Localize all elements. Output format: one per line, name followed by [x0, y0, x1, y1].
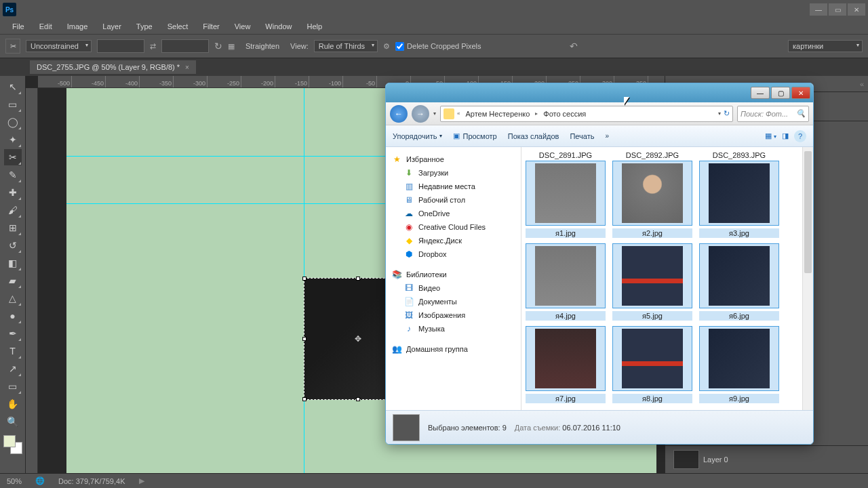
- tree-item[interactable]: ◉Creative Cloud Files: [389, 220, 518, 234]
- maximize-button[interactable]: ▭: [829, 3, 846, 16]
- close-tab-icon[interactable]: ×: [185, 64, 189, 71]
- tree-homegroup[interactable]: 👥Домашняя группа: [389, 342, 518, 356]
- file-name[interactable]: я5.jpg: [612, 311, 692, 321]
- pen-tool[interactable]: ✒: [4, 325, 22, 342]
- exp-minimize-button[interactable]: —: [751, 87, 770, 99]
- delete-cropped-check[interactable]: Delete Cropped Pixels: [395, 42, 481, 51]
- stamp-tool[interactable]: ⊞: [4, 220, 22, 236]
- breadcrumb-segment[interactable]: Фото сессия: [540, 110, 589, 118]
- file-thumb[interactable]: [526, 243, 606, 308]
- transform-handle[interactable]: [356, 277, 360, 281]
- marquee-tool[interactable]: ▭: [4, 96, 22, 113]
- file-name[interactable]: я8.jpg: [612, 394, 692, 403]
- workspace-select[interactable]: картинки: [788, 40, 863, 52]
- document-tab[interactable]: DSC_2755.JPG @ 50% (Layer 9, RGB/8) *×: [30, 60, 196, 74]
- shape-tool[interactable]: ▭: [4, 378, 22, 394]
- file-name[interactable]: я4.jpg: [526, 311, 606, 321]
- nav-forward-button[interactable]: →: [412, 105, 429, 123]
- search-input[interactable]: Поиск: Фот... 🔍: [737, 106, 809, 122]
- refresh-icon[interactable]: ↻: [724, 109, 730, 118]
- zoom-tool[interactable]: 🔍: [4, 413, 22, 430]
- fg-color-swatch[interactable]: [3, 435, 16, 447]
- hand-tool[interactable]: ✋: [4, 396, 22, 412]
- scrollbar[interactable]: [802, 147, 813, 410]
- print-button[interactable]: Печать: [570, 132, 594, 140]
- tree-libraries[interactable]: 📚Библиотеки: [389, 268, 518, 281]
- constraint-select[interactable]: Unconstrained: [26, 40, 92, 52]
- tree-favorites[interactable]: ★Избранное: [389, 152, 518, 166]
- path-tool[interactable]: ↗: [4, 361, 22, 377]
- tree-item[interactable]: ⬇Загрузки: [389, 166, 518, 180]
- menu-select[interactable]: Select: [161, 21, 195, 32]
- gear-icon[interactable]: ⚙: [383, 42, 390, 51]
- play-icon[interactable]: ▶: [139, 476, 144, 485]
- file-thumb[interactable]: [612, 243, 692, 308]
- swap-icon[interactable]: ⇄: [150, 42, 156, 51]
- zoom-level[interactable]: 50%: [7, 477, 22, 485]
- breadcrumb-segment[interactable]: Артем Нестеренко: [462, 110, 532, 118]
- dodge-tool[interactable]: ●: [4, 308, 22, 324]
- menu-layer[interactable]: Layer: [96, 21, 128, 32]
- menu-file[interactable]: File: [5, 21, 31, 32]
- slideshow-button[interactable]: Показ слайдов: [508, 132, 559, 140]
- lasso-tool[interactable]: ◯: [4, 114, 22, 130]
- menu-type[interactable]: Type: [130, 21, 159, 32]
- organize-button[interactable]: Упорядочить ▾: [393, 132, 442, 140]
- history-brush-tool[interactable]: ↺: [4, 237, 22, 253]
- view-mode-button[interactable]: ▦ ▾: [765, 131, 776, 140]
- file-name[interactable]: я9.jpg: [699, 394, 779, 403]
- exp-maximize-button[interactable]: ▢: [771, 87, 790, 99]
- healing-tool[interactable]: ✚: [4, 184, 22, 201]
- blur-tool[interactable]: △: [4, 290, 22, 306]
- nav-back-button[interactable]: ←: [390, 105, 408, 123]
- transform-handle[interactable]: [302, 337, 307, 341]
- file-thumb[interactable]: [612, 326, 692, 391]
- menu-filter[interactable]: Filter: [196, 21, 226, 32]
- tree-item[interactable]: ▥Недавние места: [389, 180, 518, 193]
- tree-item[interactable]: ⬢Dropbox: [389, 247, 518, 261]
- file-thumb[interactable]: [526, 161, 606, 226]
- eraser-tool[interactable]: ◧: [4, 255, 22, 271]
- file-name[interactable]: я2.jpg: [612, 228, 692, 238]
- nav-history-dropdown[interactable]: ▾: [433, 110, 436, 117]
- preview-button[interactable]: ▣Просмотр: [453, 131, 496, 140]
- tree-item[interactable]: 📄Документы: [389, 295, 518, 308]
- eyedropper-tool[interactable]: ✎: [4, 167, 22, 183]
- globe-icon[interactable]: 🌐: [35, 476, 45, 485]
- transform-handle[interactable]: [302, 277, 307, 281]
- transform-handle[interactable]: [302, 397, 307, 401]
- file-thumb[interactable]: [612, 161, 692, 226]
- move-tool[interactable]: ↖: [4, 79, 22, 95]
- tree-item[interactable]: ☁OneDrive: [389, 207, 518, 220]
- file-thumb[interactable]: [526, 326, 606, 391]
- transform-handle[interactable]: [356, 397, 360, 401]
- tree-item[interactable]: ♪Музыка: [389, 322, 518, 336]
- tree-item[interactable]: 🖥Рабочий стол: [389, 193, 518, 207]
- tree-item[interactable]: 🎞Видео: [389, 281, 518, 295]
- gradient-tool[interactable]: ▰: [4, 272, 22, 289]
- crop-width-input[interactable]: [97, 39, 144, 53]
- address-dropdown-icon[interactable]: ▾: [718, 110, 721, 117]
- menu-image[interactable]: Image: [60, 21, 95, 32]
- more-icon[interactable]: »: [606, 132, 610, 140]
- tree-item[interactable]: ◆Яндекс.Диск: [389, 234, 518, 247]
- file-name[interactable]: я7.jpg: [526, 394, 606, 403]
- ruler-vertical[interactable]: [26, 88, 38, 473]
- menu-window[interactable]: Window: [258, 21, 298, 32]
- wand-tool[interactable]: ✦: [4, 131, 22, 148]
- color-swatches[interactable]: [3, 435, 22, 454]
- file-name[interactable]: я1.jpg: [526, 228, 606, 238]
- file-list[interactable]: DSC_2891.JPG DSC_2892.JPG DSC_2893.JPG я…: [521, 147, 802, 410]
- file-name[interactable]: я3.jpg: [699, 228, 779, 238]
- straighten-button[interactable]: Straighten: [240, 41, 285, 52]
- file-thumb[interactable]: [699, 243, 779, 308]
- layer-row[interactable]: Layer 0: [668, 449, 865, 470]
- brush-tool[interactable]: 🖌: [4, 202, 22, 218]
- straighten-icon[interactable]: ▦: [228, 42, 235, 51]
- reset-icon[interactable]: ↶: [570, 41, 578, 52]
- explorer-titlebar[interactable]: — ▢ ✕: [386, 83, 813, 102]
- tree-item[interactable]: 🖼Изображения: [389, 308, 518, 322]
- type-tool[interactable]: T: [4, 343, 22, 359]
- menu-edit[interactable]: Edit: [33, 21, 59, 32]
- crop-height-input[interactable]: [161, 39, 209, 53]
